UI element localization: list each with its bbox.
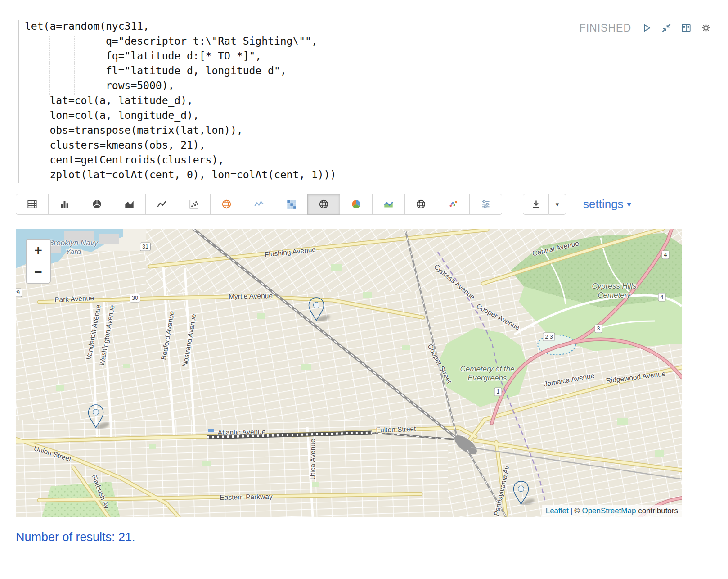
- run-icon: [641, 23, 652, 33]
- indent-guide: [99, 36, 99, 95]
- map-marker[interactable]: [512, 481, 544, 505]
- viz-button-area-color[interactable]: [372, 194, 405, 215]
- download-icon: [531, 199, 541, 209]
- route-ref: 1: [494, 388, 502, 396]
- viz-toolbar-group: [16, 194, 502, 215]
- editor-gutter-line: [18, 20, 19, 183]
- sliders-icon: [481, 199, 491, 209]
- osm-link[interactable]: OpenStreetMap: [582, 507, 636, 515]
- code-line: let(a=random(nyc311,: [25, 19, 520, 34]
- map-marker[interactable]: [308, 297, 339, 321]
- viz-button-globe-orange[interactable]: [210, 194, 243, 215]
- map-place-label: Brooklyn Navy Yard: [49, 239, 98, 257]
- viz-button-sliders[interactable]: [469, 194, 502, 215]
- viz-button-area[interactable]: [113, 194, 146, 215]
- viz-button-pie-color[interactable]: [340, 194, 373, 215]
- table-icon: [27, 199, 37, 209]
- viz-button-pie[interactable]: [81, 194, 113, 215]
- paragraph-controls: [640, 22, 712, 34]
- zeppelin-paragraph: let(a=random(nyc311, q="descriptor_t:\"R…: [0, 0, 728, 579]
- run-button[interactable]: [640, 22, 653, 34]
- viz-button-heatgrid[interactable]: [275, 194, 308, 215]
- download-caret-button[interactable]: ▾: [549, 194, 566, 215]
- settings-label: settings: [583, 197, 624, 211]
- code-line: obs=transpose(matrix(lat,lon)),: [25, 123, 520, 138]
- viz-button-bar[interactable]: [48, 194, 81, 215]
- indent-guide: [74, 36, 75, 95]
- code-line: lon=col(a, longitude_d),: [25, 108, 520, 123]
- map-street-label: Myrtle Avenue: [229, 292, 273, 301]
- line-icon: [157, 199, 167, 209]
- globe-icon: [319, 199, 329, 209]
- route-ref: 29: [16, 289, 22, 297]
- paragraph-top-border: [4, 3, 724, 3]
- shrink-icon: [661, 23, 672, 33]
- route-ref: 31: [140, 243, 151, 251]
- code-line: cent=getCentroids(clusters),: [25, 153, 520, 167]
- map-attribution: Leaflet|© OpenStreetMap contributors: [542, 505, 682, 517]
- map-street-label: Eastern Parkway: [220, 493, 272, 502]
- viz-button-line[interactable]: [145, 194, 178, 215]
- paragraph-code-editor[interactable]: let(a=random(nyc311, q="descriptor_t:\"R…: [25, 19, 520, 182]
- viz-button-globe[interactable]: [307, 194, 340, 215]
- map-marker[interactable]: [87, 404, 119, 429]
- pie-icon: [92, 199, 102, 209]
- pie-color-icon: [351, 199, 361, 209]
- caret-down-icon: ▾: [556, 200, 559, 208]
- code-line: lat=col(a, latitude_d),: [25, 93, 520, 108]
- globe2-icon: [416, 199, 426, 209]
- indent-guide: [49, 36, 50, 95]
- map-street-label: Atlantic Avenue: [218, 428, 266, 437]
- map-street-label: Utica Avenue: [309, 439, 317, 479]
- area-icon: [124, 199, 135, 209]
- leaflet-link[interactable]: Leaflet: [546, 507, 569, 515]
- download-button[interactable]: [523, 194, 549, 215]
- map-street-label: Fulton Street: [376, 425, 416, 434]
- zoom-out-button[interactable]: −: [27, 261, 50, 283]
- viz-button-globe2[interactable]: [404, 194, 437, 215]
- attribution-separator: |: [571, 507, 572, 515]
- caret-down-icon: ▾: [627, 199, 631, 209]
- viz-button-scatter-color[interactable]: [437, 194, 470, 215]
- heatgrid-icon: [286, 199, 297, 209]
- route-ref: 3: [595, 325, 602, 333]
- globe-orange-icon: [221, 199, 232, 209]
- copyright-symbol: ©: [574, 507, 580, 515]
- map-place-label: Cemetery of the Evergreens: [454, 365, 521, 383]
- viz-button-spark[interactable]: [243, 194, 275, 215]
- scatter-icon: [189, 199, 199, 209]
- spark-icon: [254, 199, 264, 209]
- area-color-icon: [383, 199, 394, 209]
- zoom-in-button[interactable]: +: [27, 240, 50, 261]
- viz-toolbar: ▾ settings ▾: [16, 194, 712, 215]
- report-button[interactable]: [680, 22, 692, 34]
- map-tiles: [16, 229, 682, 517]
- route-ref: 30: [130, 294, 140, 303]
- map-place-label: Cypress Hills Cemetery: [585, 282, 643, 300]
- gear-icon: [701, 23, 711, 33]
- attribution-suffix: contributors: [638, 507, 678, 515]
- viz-button-scatter[interactable]: [178, 194, 211, 215]
- results-count-text: Number of results: 21.: [16, 530, 135, 544]
- download-split-button: ▾: [523, 194, 566, 215]
- gear-button[interactable]: [700, 22, 712, 34]
- bar-icon: [59, 199, 70, 209]
- zoom-control: + −: [26, 239, 51, 284]
- paragraph-status: FINISHED: [580, 22, 631, 34]
- settings-toggle[interactable]: settings ▾: [583, 197, 631, 211]
- route-ref: 4: [658, 293, 666, 302]
- report-icon: [681, 23, 692, 33]
- route-ref: 4: [662, 251, 670, 259]
- route-ref: 2 3: [543, 333, 555, 341]
- scatter-color-icon: [448, 199, 458, 209]
- leaflet-map[interactable]: Brooklyn Navy Yard Flushing Avenue Myrtl…: [16, 229, 682, 517]
- viz-button-table[interactable]: [16, 194, 49, 215]
- shrink-button[interactable]: [660, 22, 673, 34]
- code-line: clusters=kmeans(obs, 21),: [25, 138, 520, 153]
- code-line: zplot(lat=colAt(cent, 0), lon=colAt(cent…: [25, 167, 520, 182]
